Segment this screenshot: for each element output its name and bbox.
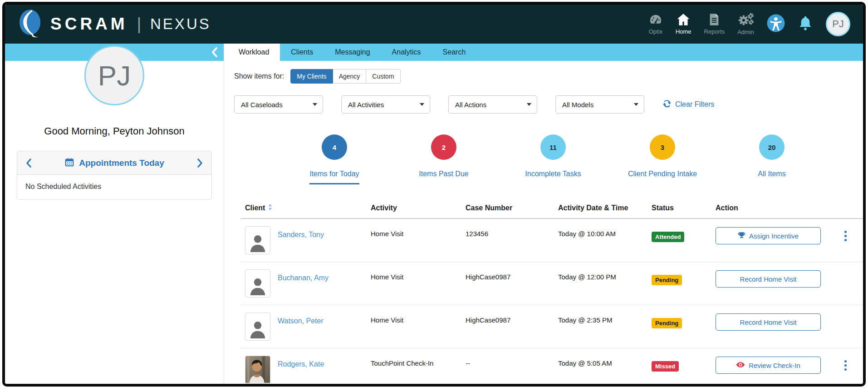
summary-row: 4 Items for Today 2 Items Past Due 11 In…	[288, 134, 819, 184]
greeting-text: Good Morning, Peyton Johnson	[5, 125, 224, 137]
brand-name: SCRAM	[50, 15, 128, 34]
nav-item-home[interactable]: Home	[676, 13, 691, 35]
summary-incomplete-tasks[interactable]: 11 Incomplete Tasks	[506, 134, 600, 184]
date-time-cell: Today @ 5:05 AM	[558, 356, 652, 367]
models-select[interactable]: All Models	[555, 95, 644, 114]
navbar-actions: Optix Home	[648, 12, 850, 36]
home-icon	[676, 13, 691, 27]
sidebar-collapse-chevron-icon[interactable]	[211, 47, 218, 60]
gauge-icon	[648, 13, 663, 27]
caret-down-icon	[420, 103, 424, 106]
tab-search[interactable]: Search	[432, 44, 477, 61]
case-number-cell: --	[466, 356, 558, 367]
nav-item-label: Home	[676, 29, 691, 35]
appointments-title: Appointments Today	[79, 158, 164, 168]
nav-item-reports[interactable]: Reports	[704, 13, 725, 35]
show-items-row: Show items for: My Clients Agency Custom	[234, 69, 866, 84]
summary-client-pending-intake[interactable]: 3 Client Pending Intake	[616, 134, 709, 184]
admin-gears-icon	[738, 13, 754, 28]
summary-count-badge: 4	[322, 134, 347, 160]
actions-select[interactable]: All Actions	[448, 95, 537, 114]
client-name-link[interactable]: Rodgers, Kate	[278, 356, 324, 384]
appointments-card: Appointments Today No Scheduled Activiti…	[17, 151, 212, 200]
summary-items-past-due[interactable]: 2 Items Past Due	[397, 134, 490, 184]
table-row: Watson, Peter Home Visit HighCase0987 To…	[240, 305, 866, 348]
client-name-link[interactable]: Watson, Peter	[278, 313, 324, 341]
row-menu-kebab-icon[interactable]	[841, 356, 849, 371]
scram-swoosh-icon	[19, 9, 42, 39]
status-badge: Attended	[652, 232, 684, 242]
table-row: Buchanan, Amy Home Visit HighCase0987 To…	[240, 262, 866, 305]
brand-logo: SCRAM | NEXUS	[19, 9, 211, 39]
user-initials: PJ	[832, 18, 844, 30]
profile-initials: PJ	[98, 60, 131, 92]
client-name-link[interactable]: Sanders, Tony	[278, 226, 324, 254]
case-number-cell: HighCase0987	[466, 269, 558, 281]
activity-cell: TouchPoint Check-In	[371, 356, 466, 367]
workload-table: Client Activity Case Number Activity Dat…	[240, 203, 866, 387]
summary-items-for-today[interactable]: 4 Items for Today	[288, 134, 381, 184]
scope-agency-button[interactable]: Agency	[333, 69, 367, 84]
table-row: Sanders, Tony Home Visit 123456 Today @ …	[240, 219, 866, 262]
bell-icon[interactable]	[798, 15, 813, 33]
reports-document-icon	[708, 13, 720, 27]
show-items-label: Show items for:	[234, 72, 284, 80]
date-time-cell: Today @ 10:00 AM	[558, 226, 652, 238]
case-number-cell: HighCase0987	[466, 313, 558, 324]
assign-incentive-button[interactable]: Assign Incentive	[716, 227, 821, 244]
table-row: Rodgers, Kate TouchPoint Check-In -- Tod…	[240, 348, 866, 387]
caseloads-select[interactable]: All Caseloads	[234, 95, 323, 114]
nav-item-label: Reports	[704, 29, 725, 35]
status-badge: Pending	[652, 275, 682, 285]
summary-count-badge: 11	[540, 134, 566, 160]
review-check-in-button[interactable]: Review Check-In	[716, 357, 821, 374]
tab-clients[interactable]: Clients	[280, 44, 324, 61]
case-number-cell: 123456	[466, 226, 558, 238]
nav-item-admin[interactable]: Admin	[737, 13, 754, 35]
accessibility-icon[interactable]	[767, 14, 785, 34]
nav-item-label: Admin	[737, 29, 754, 35]
app-window: SCRAM | NEXUS Optix	[2, 2, 866, 387]
column-header-activity: Activity	[371, 203, 466, 213]
table-header: Client Activity Case Number Activity Dat…	[240, 203, 866, 219]
sort-arrows-icon[interactable]	[268, 203, 273, 213]
workload-panel: Show items for: My Clients Agency Custom…	[224, 61, 866, 387]
filter-row: All Caseloads All Activities All Actions…	[234, 95, 866, 114]
refresh-icon	[662, 99, 672, 110]
client-avatar	[245, 226, 270, 254]
column-header-status: Status	[652, 203, 716, 213]
scope-custom-button[interactable]: Custom	[366, 69, 400, 84]
clear-filters-link[interactable]: Clear Filters	[662, 99, 714, 110]
caret-down-icon	[634, 103, 638, 106]
scope-my-clients-button[interactable]: My Clients	[290, 69, 333, 84]
summary-count-badge: 3	[650, 134, 675, 160]
tab-messaging[interactable]: Messaging	[324, 44, 381, 61]
column-header-case-number: Case Number	[466, 203, 558, 213]
tab-spacer	[224, 44, 228, 61]
column-header-client[interactable]: Client	[245, 203, 371, 213]
activities-select[interactable]: All Activities	[341, 95, 430, 114]
tab-analytics[interactable]: Analytics	[381, 44, 432, 61]
status-badge: Missed	[652, 361, 679, 372]
nav-item-optix[interactable]: Optix	[648, 13, 663, 35]
summary-all-items[interactable]: 20 All Items	[725, 134, 819, 184]
tab-workload[interactable]: Workload	[228, 44, 280, 61]
calendar-icon	[64, 157, 74, 169]
brand-divider: |	[137, 15, 141, 34]
date-time-cell: Today @ 2:35 PM	[558, 313, 652, 324]
date-time-cell: Today @ 12:00 PM	[558, 269, 652, 281]
summary-count-badge: 2	[431, 134, 456, 160]
user-avatar[interactable]: PJ	[826, 12, 850, 36]
column-header-date-time: Activity Date & Time	[558, 203, 652, 213]
client-name-link[interactable]: Buchanan, Amy	[278, 269, 329, 298]
activity-cell: Home Visit	[371, 313, 466, 324]
record-home-visit-button[interactable]: Record Home Visit	[716, 270, 821, 288]
row-menu-kebab-icon[interactable]	[841, 226, 849, 241]
appointments-next-chevron-icon[interactable]	[196, 158, 203, 168]
brand-product: NEXUS	[150, 15, 211, 33]
appointments-prev-chevron-icon[interactable]	[25, 158, 32, 168]
eye-icon	[736, 361, 745, 370]
status-badge: Pending	[652, 318, 682, 328]
appointments-header: Appointments Today	[17, 151, 211, 175]
record-home-visit-button[interactable]: Record Home Visit	[716, 313, 821, 331]
